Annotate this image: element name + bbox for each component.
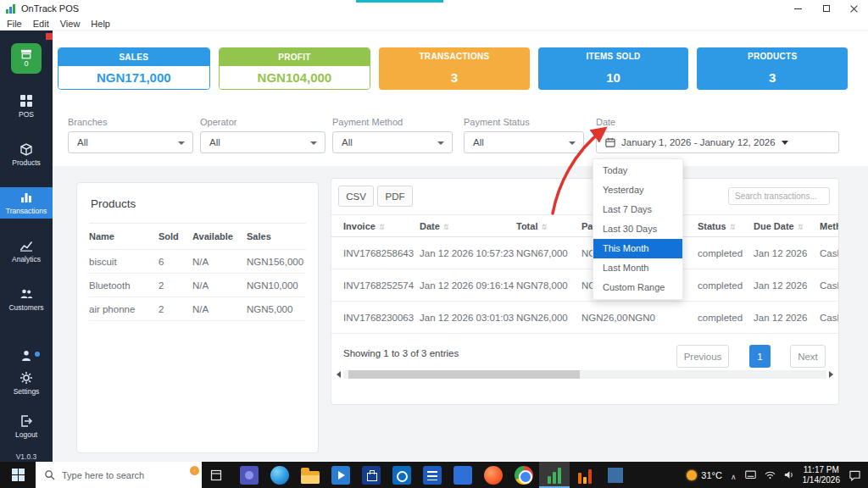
table-row[interactable]: INV1768258643 Jan 12 2026 10:57:23 NGN67… [331,237,838,269]
page-number-button[interactable]: 1 [749,345,771,368]
dropdown-option-last-30-days[interactable]: Last 30 Days [593,219,682,239]
scrollbar-thumb[interactable] [348,370,581,379]
column-header[interactable]: Sold [159,231,192,241]
payment-method-select[interactable]: All [332,131,453,153]
date-range-select[interactable]: January 1, 2026 - January 12, 2026 [596,131,839,153]
close-button[interactable] [840,0,868,17]
table-row[interactable]: air phonne 2 N/A NGN5,000 [89,297,306,321]
transactions-search-input[interactable] [728,187,830,205]
cell-method: Cash [820,313,839,323]
touch-keyboard-icon[interactable] [745,470,756,480]
network-icon[interactable] [765,470,776,480]
column-header-date[interactable]: Date [420,221,516,231]
task-view-button[interactable] [202,462,231,488]
sidebar-item-products[interactable]: Products [0,139,53,170]
scroll-right-arrow-icon[interactable] [829,371,833,378]
action-center-icon[interactable] [849,469,861,481]
transactions-table-header: Invoice Date Total Paid Status Due Date … [331,214,838,237]
column-header[interactable]: Sales [247,231,320,241]
hidden-icons-chevron[interactable] [731,468,737,483]
next-page-button[interactable]: Next [790,345,826,368]
taskbar-app-outlook[interactable] [387,462,417,488]
dropdown-option-yesterday[interactable]: Yesterday [593,180,682,200]
taskbar-app-edge[interactable] [264,462,295,488]
search-icon [44,469,55,480]
dropdown-option-custom-range[interactable]: Custom Range [593,278,682,297]
menu-file[interactable]: File [3,19,30,29]
dropdown-option-today[interactable]: Today [593,161,682,180]
taskbar-app-teams[interactable] [234,462,264,488]
cell-available: N/A [192,257,247,267]
column-header[interactable]: Name [89,231,159,241]
box-icon [19,142,33,156]
taskbar-search[interactable]: Type here to search [36,462,202,488]
cell-invoice: INV1768258643 [343,248,420,258]
menu-help[interactable]: Help [87,19,118,29]
selected-value: All [342,137,353,147]
pdf-export-button[interactable]: PDF [377,186,413,207]
scrollbar-track[interactable] [343,370,826,379]
maximize-button[interactable] [812,0,840,17]
chevron-down-icon [782,141,788,145]
column-header-status[interactable]: Status [698,221,754,231]
sidebar-item-logout[interactable]: Logout [0,411,53,442]
cell-sales: NGN5,000 [247,304,320,314]
taskbar-app-file-explorer[interactable] [295,462,326,488]
dropdown-option-this-month[interactable]: This Month [593,239,682,258]
bar-chart-icon [19,191,33,204]
taskbar-app-word[interactable] [417,462,448,488]
column-header-method[interactable]: Method [820,221,839,231]
filter-label: Branches [68,117,193,127]
donut-launcher-icon[interactable] [190,466,199,475]
taskbar-app-browser[interactable] [478,462,509,488]
csv-export-button[interactable]: CSV [338,186,374,207]
column-header[interactable]: Available [192,231,247,241]
stat-label: SALES [58,48,209,66]
menu-view[interactable]: View [57,19,88,29]
table-row[interactable]: INV1768252574 Jan 12 2026 09:16:14 NGN78… [331,269,838,302]
clock-date: 1/14/2026 [803,475,841,485]
sidebar-item-transactions[interactable]: Transactions [0,187,53,219]
taskbar-app-blue[interactable] [448,462,478,488]
taskbar-app-movies[interactable] [326,462,356,488]
dropdown-option-last-7-days[interactable]: Last 7 Days [593,200,682,219]
sidebar-item-analytics[interactable]: Analytics [0,236,53,267]
horizontal-scrollbar[interactable] [337,370,833,379]
scroll-left-arrow-icon[interactable] [337,371,341,378]
taskbar-app-analytics[interactable] [570,462,600,488]
sidebar-item-pos[interactable]: POS [0,91,53,122]
previous-page-button[interactable]: Previous [676,345,729,368]
cell-total: NGN67,000 [516,248,581,258]
entries-summary: Showing 1 to 3 of 3 entries [343,348,459,358]
weather-widget[interactable]: 31°C [687,470,722,480]
volume-icon[interactable] [784,470,794,480]
operator-select[interactable]: All [200,131,326,153]
dropdown-option-last-month[interactable]: Last Month [593,258,682,278]
selected-value: All [209,137,220,147]
column-header-total[interactable]: Total [516,221,581,231]
table-row[interactable]: INV1768230063 Jan 12 2026 03:01:03 NGN26… [331,302,838,334]
start-button[interactable] [0,462,36,488]
sidebar-item-label: Customers [8,303,43,312]
taskbar-clock[interactable]: 11:17 PM 1/14/2026 [803,465,841,485]
badge-count: 0 [24,60,28,68]
taskbar-app-misc[interactable] [600,462,631,488]
sort-icon [540,221,547,231]
taskbar-app-chrome[interactable] [509,462,539,488]
sidebar-account[interactable] [0,349,53,363]
column-header-invoice[interactable]: Invoice [343,221,420,231]
taskbar-app-ontrack-pos[interactable] [539,462,570,488]
branches-select[interactable]: All [68,131,193,153]
payment-status-select[interactable]: All [464,131,584,153]
table-row[interactable]: Bluetooth 2 N/A NGN10,000 [89,274,306,297]
products-table-header: Name Sold Available Sales [89,223,306,250]
store-badge[interactable]: 0 [11,43,42,74]
taskbar-app-store[interactable] [356,462,387,488]
column-header-due-date[interactable]: Due Date [754,221,820,231]
sidebar-item-settings[interactable]: Settings [0,368,53,399]
table-row[interactable]: biscuit 6 N/A NGN156,000 [89,250,306,274]
minimize-button[interactable] [784,0,812,17]
pos-grid-icon [19,94,33,108]
menu-edit[interactable]: Edit [30,19,57,29]
sidebar-item-customers[interactable]: Customers [0,284,53,315]
